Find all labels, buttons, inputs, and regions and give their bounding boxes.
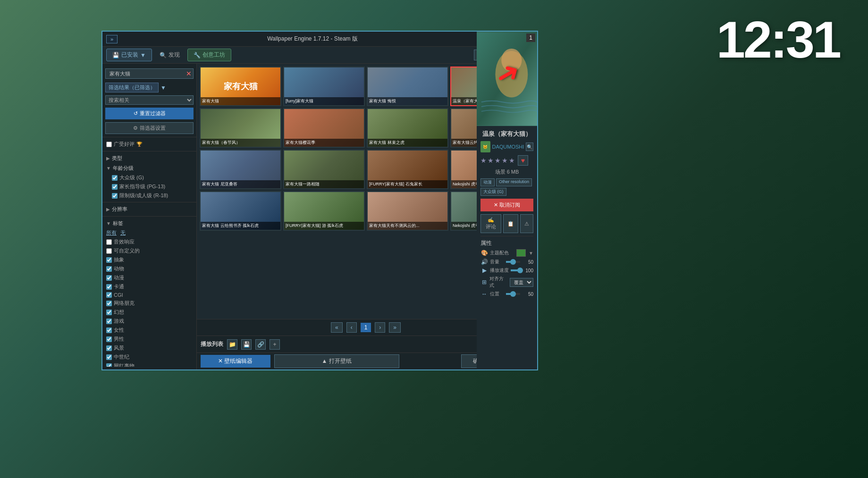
tag-cyberpunk-checkbox[interactable] [106, 301, 112, 306]
speed-label: 播放速度 [490, 267, 509, 274]
author-search-btn[interactable]: 🔍 [526, 143, 533, 151]
nav-tabs: 💾 已安装 ▼ 🔍 发现 🔧 创意工坊 🖥 显示 ⚙ 设置 [102, 47, 535, 64]
tag-all-btn[interactable]: 所有 [106, 229, 117, 236]
comment-row: ✍ 评论 📋 ⚠ [480, 214, 533, 233]
installed-dropdown-icon[interactable]: ▼ [140, 52, 146, 59]
star-4[interactable]: ★ [502, 157, 508, 164]
wallpaper-item-5[interactable]: 家有大猫樱花季 [283, 108, 365, 148]
tag-cartoon-checkbox[interactable] [106, 284, 112, 290]
star-5[interactable]: ★ [509, 157, 515, 164]
wallpaper-item-12[interactable]: 家有大猫 云给熊书齐 孤lk石虎 [200, 191, 281, 231]
wallpaper-item-14[interactable]: 家有大猫天有不测风云的... [367, 191, 448, 231]
volume-slider[interactable] [506, 261, 520, 263]
arrow-right-icon: ▶ [106, 156, 110, 161]
filter-bar: 筛选结果（已筛选） ▼ [102, 81, 196, 94]
properties-section: 属性 🎨 主题配色 ▼ 🔊 音量 50 ▶ 播放速度 [480, 236, 533, 299]
warn-btn[interactable]: ⚠ [520, 214, 533, 233]
last-page-btn[interactable]: » [389, 322, 401, 333]
next-page-btn[interactable]: › [375, 322, 385, 333]
reset-filter-btn[interactable]: ↺ 重置过滤器 [105, 108, 194, 119]
position-thumb[interactable] [510, 291, 516, 297]
playlist-share-btn[interactable]: 🔗 [255, 339, 266, 350]
tag-male-checkbox[interactable] [106, 336, 112, 342]
tab-installed[interactable]: 💾 已安装 ▼ [106, 49, 152, 61]
volume-thumb[interactable] [510, 259, 516, 265]
first-page-btn[interactable]: « [331, 322, 343, 333]
wallpaper-item-13[interactable]: [FURRY|家有大猫] 游 孤lk石虎 [283, 191, 365, 231]
wallpaper-label-14: 家有大猫天有不测风云的... [368, 222, 447, 230]
wallpaper-item-0[interactable]: 家有大猫 家有大猫 [200, 67, 281, 106]
search-input[interactable] [105, 68, 194, 79]
playlist-save-btn[interactable]: 💾 [241, 339, 252, 350]
tag-animal-row: 动物 [106, 264, 193, 273]
filter-settings-btn[interactable]: ⚙ 筛选器设置 [105, 122, 194, 134]
tag-animal-checkbox[interactable] [106, 266, 112, 272]
favorite-btn[interactable]: ♥ [518, 155, 528, 166]
wallpaper-item-10[interactable]: [FURRY|家有大猫] 石兔家长 [367, 150, 448, 189]
tag-landscape-label: 风景 [114, 344, 124, 352]
wallpaper-item-2[interactable]: 家有大猫 悔恨 [367, 67, 448, 106]
speed-slider[interactable] [511, 269, 520, 271]
tag-chip-0[interactable]: 动漫 [480, 178, 495, 186]
wallpaper-item-1[interactable]: [furry]家有大猫 [283, 67, 365, 106]
tag-fantasy-checkbox[interactable] [106, 310, 112, 315]
wallpaper-item-8[interactable]: 家有大猫 尼亚桑答 [200, 150, 281, 189]
category-tags[interactable]: ▼ 标签 [102, 218, 196, 228]
copy-btn[interactable]: 📋 [503, 214, 518, 233]
position-value: 50 [522, 292, 533, 297]
tag-custom-row: 可自定义的 [106, 246, 193, 255]
wallpaper-label-1: [furry]家有大猫 [284, 97, 364, 105]
search-type-select[interactable]: 搜索相关 [105, 95, 194, 105]
position-slider[interactable] [506, 293, 520, 295]
tag-none-btn[interactable]: 无 [120, 229, 126, 236]
tag-audio-checkbox[interactable] [106, 239, 112, 245]
color-dropdown-arrow[interactable]: ▼ [529, 251, 533, 256]
wallpaper-item-4[interactable]: 家有大猫（春节风） [200, 108, 281, 148]
tag-cgi-checkbox[interactable] [106, 292, 112, 298]
wallpaper-item-6[interactable]: 家有大猫 林束之虎 [367, 108, 448, 148]
star-2[interactable]: ★ [488, 157, 494, 164]
arrow-right-icon-2: ▶ [106, 207, 110, 212]
tag-female-label: 女性 [114, 327, 124, 334]
category-resolution[interactable]: ▶ 分辨率 [102, 204, 196, 214]
author-name[interactable]: DAQUMOSHI [492, 144, 524, 150]
wallpaper-item-9[interactable]: 家有大猫一路相随 [283, 150, 365, 189]
prev-page-btn[interactable]: ‹ [346, 322, 357, 333]
category-type[interactable]: ▶ 类型 [102, 153, 196, 163]
color-box[interactable] [516, 249, 526, 257]
speed-thumb[interactable] [517, 268, 523, 273]
tag-cyberpunk-label: 网络朋克 [114, 300, 135, 307]
tag-chip-2[interactable]: 大众级 (G) [480, 188, 506, 196]
tab-workshop[interactable]: 🔧 创意工坊 [187, 49, 231, 61]
tag-meme-checkbox[interactable] [106, 363, 112, 367]
age-r-checkbox[interactable] [112, 193, 118, 199]
fast-forward-btn[interactable]: » [106, 35, 118, 43]
filter-dropdown-icon[interactable]: ▼ [160, 84, 166, 91]
wallpaper-editor-btn[interactable]: ✕ 壁纸编辑器 [201, 355, 270, 368]
tag-medieval-checkbox[interactable] [106, 354, 112, 360]
playlist-add-btn[interactable]: + [270, 339, 280, 350]
tag-custom-checkbox[interactable] [106, 248, 112, 254]
tag-abstract-checkbox[interactable] [106, 257, 112, 263]
tag-female-checkbox[interactable] [106, 327, 112, 333]
tag-landscape-checkbox[interactable] [106, 345, 112, 351]
tab-discover[interactable]: 🔍 发现 [154, 49, 185, 61]
sidebar-divider-4 [102, 216, 196, 217]
star-1[interactable]: ★ [480, 157, 487, 164]
comment-btn[interactable]: ✍ 评论 [480, 214, 501, 233]
tag-anime-checkbox[interactable] [106, 275, 112, 281]
tag-game-checkbox[interactable] [106, 319, 112, 324]
age-pg-checkbox[interactable] [112, 184, 118, 190]
sidebar: ✕ 筛选结果（已筛选） ▼ 搜索相关 ↺ 重置过滤器 ⚙ 筛选器设置 [102, 64, 197, 369]
ad-rating-checkbox[interactable] [106, 142, 112, 147]
search-clear-btn[interactable]: ✕ [186, 70, 192, 77]
star-3[interactable]: ★ [495, 157, 501, 164]
align-dropdown[interactable]: 覆盖 [510, 278, 533, 287]
category-age-rating[interactable]: ▼ 年龄分级 [102, 163, 196, 173]
unsubscribe-btn[interactable]: ✕ 取消订阅 [480, 199, 533, 211]
playlist-folder-btn[interactable]: 📁 [227, 339, 237, 350]
open-wallpaper-btn[interactable]: ▲ 打开壁纸 [274, 354, 399, 368]
tag-game-row: 游戏 [106, 317, 193, 326]
age-g-checkbox[interactable] [112, 175, 118, 181]
tag-chip-1[interactable]: Other resolution [496, 178, 532, 186]
